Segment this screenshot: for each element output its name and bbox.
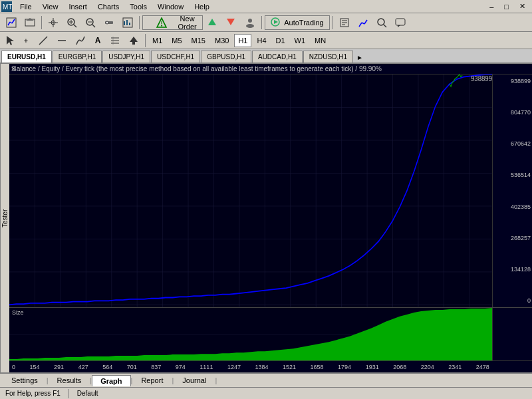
tab-settings[interactable]: Settings: [3, 374, 47, 386]
svg-line-38: [362, 23, 364, 24]
menu-view[interactable]: View: [37, 1, 64, 12]
menu-file[interactable]: File: [15, 1, 37, 12]
autotrading-btn[interactable]: AutoTrading: [265, 15, 330, 30]
size-chart: Size: [9, 307, 532, 360]
x-label-6: 837: [151, 364, 161, 370]
sep5: [145, 34, 146, 47]
chat-btn[interactable]: [392, 15, 409, 30]
y-label-0: 938899: [494, 78, 531, 84]
tab-eurgbp-h1[interactable]: EURGBP,H1: [53, 51, 102, 63]
x-label-7: 974: [176, 364, 186, 370]
experts-btn[interactable]: [336, 15, 353, 30]
fibonacci-btn[interactable]: [106, 33, 124, 48]
tab-nzdusd-h1[interactable]: NZDUSD,H1: [303, 51, 353, 63]
zoom-out-btn[interactable]: [82, 15, 99, 30]
crosshair-btn[interactable]: [45, 15, 62, 30]
indicators-btn[interactable]: [354, 15, 372, 30]
search-btn[interactable]: [373, 15, 390, 30]
new-order-btn[interactable]: New Order: [142, 15, 203, 30]
tf-m30[interactable]: M30: [211, 34, 233, 47]
chart-close-btn[interactable]: ✕: [11, 65, 16, 72]
menu-window[interactable]: Window: [152, 1, 189, 12]
x-label-4: 564: [102, 364, 112, 370]
statusbar: For Help, press F1 Default: [0, 387, 532, 399]
svg-point-19: [106, 21, 108, 24]
svg-line-12: [74, 25, 76, 27]
x-label-11: 1521: [283, 364, 296, 370]
tf-m1[interactable]: M1: [148, 34, 166, 47]
x-axis-labels: 0 154 291 427 564 701 837 974 1111 1247 …: [9, 361, 492, 372]
tab-eurusd-h1[interactable]: EURUSD,H1: [1, 51, 52, 63]
tf-m15[interactable]: M15: [188, 34, 209, 47]
line-btn[interactable]: [35, 33, 52, 48]
balance-chart-canvas[interactable]: 938899: [9, 74, 492, 307]
menu-insert[interactable]: Insert: [63, 1, 92, 12]
size-canvas[interactable]: Size: [9, 308, 492, 360]
svg-line-41: [384, 25, 386, 27]
minimize-btn[interactable]: –: [484, 1, 499, 12]
cursor-btn[interactable]: [3, 33, 17, 48]
menu-help[interactable]: Help: [189, 1, 215, 12]
account-btn[interactable]: [241, 15, 259, 30]
sell-btn[interactable]: [223, 15, 240, 30]
draw-btn[interactable]: [72, 33, 89, 48]
x-label-0: 0: [12, 364, 15, 370]
close-btn[interactable]: ✕: [514, 1, 531, 12]
tab-report[interactable]: Report: [132, 374, 172, 386]
properties-btn[interactable]: [100, 15, 118, 30]
x-label-9: 1247: [227, 364, 241, 370]
y-label-3: 536514: [494, 172, 531, 178]
toolbar-btn-2[interactable]: [21, 15, 39, 30]
x-axis: 0 154 291 427 564 701 837 974 1111 1247 …: [9, 360, 532, 372]
x-axis-spacer: [492, 361, 532, 372]
svg-point-40: [378, 19, 384, 25]
new-chart-btn[interactable]: [3, 15, 20, 30]
default-text: Default: [74, 390, 101, 397]
tf-h1[interactable]: H1: [234, 34, 251, 47]
help-text: For Help, press F1: [3, 390, 63, 397]
tab-gbpusd-h1[interactable]: GBPUSD,H1: [201, 51, 251, 63]
x-label-8: 1111: [200, 364, 213, 370]
x-label-16: 2204: [421, 364, 434, 370]
size-chart-svg: [9, 308, 492, 360]
restore-btn[interactable]: □: [499, 1, 514, 12]
svg-rect-52: [9, 74, 492, 307]
svg-marker-32: [274, 20, 278, 24]
tab-sep-5: |: [215, 376, 217, 384]
chart-btn[interactable]: [119, 15, 136, 30]
tab-graph[interactable]: Graph: [92, 375, 130, 386]
tab-audcad-h1[interactable]: AUDCAD,H1: [252, 51, 303, 63]
tab-usdchf-h1[interactable]: USDCHF,H1: [151, 51, 200, 63]
tab-journal[interactable]: Journal: [174, 374, 215, 386]
text-tool-btn[interactable]: A: [90, 33, 105, 48]
x-label-1: 154: [30, 364, 40, 370]
balance-y-axis: 938899 804770 670642 536514 402385 26825…: [492, 74, 532, 307]
menu-charts[interactable]: Charts: [92, 1, 124, 12]
svg-line-45: [39, 37, 47, 45]
svg-marker-44: [7, 36, 14, 45]
buy-btn[interactable]: [204, 15, 221, 30]
tf-d1[interactable]: D1: [272, 34, 289, 47]
tf-m5[interactable]: M5: [168, 34, 186, 47]
chart-tabs: EURUSD,H1 EURGBP,H1 USDJPY,H1 USDCHF,H1 …: [0, 49, 532, 64]
svg-line-37: [359, 23, 362, 27]
tab-scroll-right[interactable]: ►: [354, 53, 366, 63]
zoom-in-btn[interactable]: [63, 15, 80, 30]
arrow-btn[interactable]: [125, 33, 142, 48]
sep4: [332, 16, 333, 29]
balance-chart-svg: 938899: [9, 74, 492, 307]
tf-mn[interactable]: MN: [311, 34, 330, 47]
app-icon: MT: [1, 1, 12, 12]
tester-label: Tester: [0, 64, 9, 372]
tab-usdjpy-h1[interactable]: USDJPY,H1: [102, 51, 150, 63]
tab-results[interactable]: Results: [49, 374, 90, 386]
tf-w1[interactable]: W1: [291, 34, 310, 47]
menu-tools[interactable]: Tools: [124, 1, 152, 12]
tf-h4[interactable]: H4: [253, 34, 270, 47]
main-area: Tester ✕ Balance / Equity / Every tick (…: [0, 64, 532, 372]
hline-btn[interactable]: [53, 33, 70, 48]
crosshair2-btn[interactable]: +: [19, 33, 33, 48]
svg-line-39: [364, 20, 367, 24]
svg-rect-42: [396, 19, 405, 25]
sep3: [261, 16, 262, 29]
